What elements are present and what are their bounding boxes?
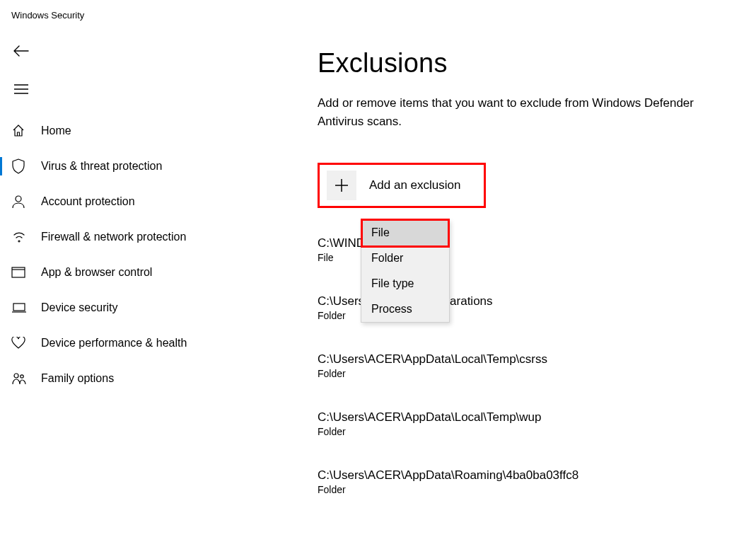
sidebar-item-account[interactable]: Account protection: [0, 184, 233, 219]
svg-point-3: [14, 374, 18, 378]
svg-rect-1: [12, 267, 25, 277]
exclusion-entry[interactable]: C:\Users\ACER\AppData\Roaming\4ba0ba03ff…: [318, 468, 742, 495]
sidebar: Home Virus & threat protection Account p…: [0, 113, 233, 396]
exclusion-type: Folder: [318, 368, 742, 379]
exclusion-path: C:\Users\ACER\AppData\Local\Temp\wup: [318, 410, 742, 425]
sidebar-item-label: Device performance & health: [41, 337, 187, 350]
sidebar-item-label: Virus & threat protection: [41, 160, 162, 173]
sidebar-item-home[interactable]: Home: [0, 113, 233, 149]
back-arrow-icon: [13, 45, 29, 57]
svg-rect-2: [13, 304, 25, 311]
exclusion-type: Folder: [318, 484, 742, 495]
add-exclusion-label: Add an exclusion: [369, 178, 460, 192]
family-icon: [11, 372, 31, 385]
dropdown-item-file[interactable]: File: [361, 220, 449, 246]
sidebar-item-label: Home: [41, 125, 71, 137]
exclusion-type: Folder: [318, 426, 742, 437]
dropdown-item-process[interactable]: Process: [361, 296, 449, 322]
page-description: Add or remove items that you want to exc…: [318, 94, 742, 130]
exclusion-path: C:\Users\ACER\AppData\Local\Temp\csrss: [318, 352, 742, 366]
sidebar-item-label: App & browser control: [41, 266, 152, 279]
sidebar-item-device-security[interactable]: Device security: [0, 290, 233, 325]
sidebar-item-firewall[interactable]: Firewall & network protection: [0, 219, 233, 255]
hamburger-icon: [14, 84, 28, 94]
app-icon: [11, 267, 31, 278]
svg-point-0: [16, 196, 21, 202]
sidebar-item-virus-threat[interactable]: Virus & threat protection: [0, 149, 233, 184]
exclusion-path: C:\Users\ACER\AppData\Roaming\4ba0ba03ff…: [318, 468, 742, 483]
home-icon: [11, 124, 31, 138]
person-icon: [11, 195, 31, 209]
sidebar-item-performance-health[interactable]: Device performance & health: [0, 325, 233, 361]
plus-icon: [327, 171, 356, 200]
sidebar-item-label: Family options: [41, 372, 114, 385]
dropdown-item-folder[interactable]: Folder: [361, 246, 449, 271]
back-button[interactable]: [10, 40, 33, 62]
device-icon: [11, 302, 31, 313]
dropdown-item-file-type[interactable]: File type: [361, 271, 449, 296]
exclusion-entry[interactable]: C:\Users\ACER\AppData\Local\Temp\wup Fol…: [318, 410, 742, 437]
add-exclusion-dropdown: File Folder File type Process: [361, 219, 450, 323]
exclusion-entry[interactable]: C:\Users\ACER\AppData\Local\Temp\csrss F…: [318, 352, 742, 379]
signal-icon: [11, 231, 31, 243]
page-title: Exclusions: [318, 48, 742, 79]
sidebar-item-label: Firewall & network protection: [41, 231, 186, 243]
sidebar-item-label: Device security: [41, 301, 117, 314]
app-title: Windows Security: [0, 0, 756, 21]
svg-point-4: [21, 375, 23, 378]
sidebar-item-family[interactable]: Family options: [0, 361, 233, 396]
shield-icon: [11, 158, 31, 174]
heart-icon: [11, 337, 31, 350]
add-exclusion-button[interactable]: Add an exclusion: [318, 163, 486, 208]
hamburger-menu-button[interactable]: [10, 78, 33, 100]
sidebar-item-app-browser[interactable]: App & browser control: [0, 255, 233, 290]
sidebar-item-label: Account protection: [41, 195, 135, 208]
